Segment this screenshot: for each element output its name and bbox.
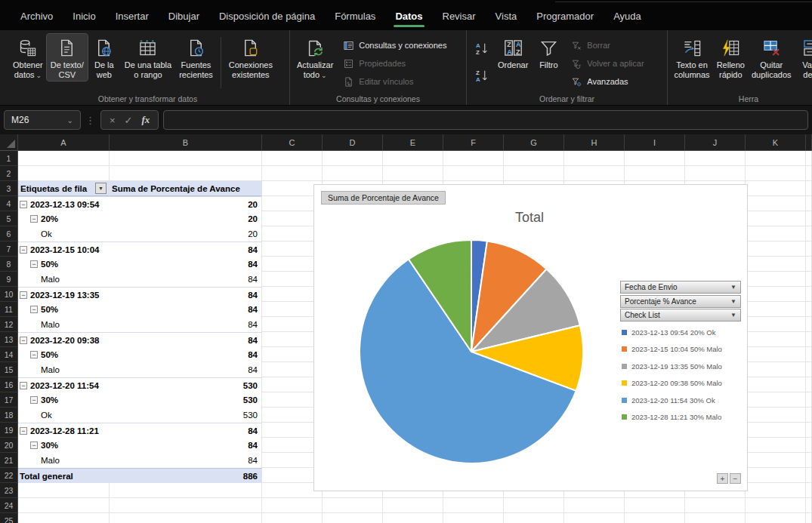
chart-field-button-porcentaje-avance[interactable]: Porcentaje % Avance▼ [620,295,741,308]
column-header-i[interactable]: I [625,134,685,150]
grid-cell[interactable]: −30% [18,438,110,453]
grid-cell[interactable] [746,483,806,498]
grid-cell[interactable] [746,423,806,438]
grid-cell[interactable] [383,513,443,523]
grid-cell[interactable] [504,498,564,513]
grid-cell[interactable] [806,377,812,392]
grid-cell[interactable]: Ok [18,408,110,423]
grid-cell[interactable] [262,151,323,166]
row-header-2[interactable]: 2 [0,166,18,181]
column-header-d[interactable]: D [323,134,383,150]
grid-cell[interactable] [806,211,812,226]
grid-cell[interactable] [806,151,812,166]
cancel-icon[interactable]: × [110,115,116,126]
grid-cell[interactable] [746,257,806,272]
de-texto-csv-button[interactable]: De texto/CSV [47,34,88,81]
tab-datos[interactable]: Datos [385,5,432,30]
select-all-corner[interactable] [0,134,18,150]
grid-cell[interactable] [504,166,564,181]
row-header-13[interactable]: 13 [0,332,18,347]
tab-archivo[interactable]: Archivo [11,5,63,30]
column-header-g[interactable]: G [504,134,564,150]
formula-input[interactable] [163,110,808,130]
grid-cell[interactable] [806,196,812,211]
column-header-h[interactable]: H [564,134,625,150]
formula-bar-grip[interactable]: ⋮ [85,115,96,126]
row-header-15[interactable]: 15 [0,362,18,377]
avanzadas-button[interactable]: Avanzadas [567,73,648,90]
grid-cell[interactable] [746,377,806,392]
grid-cell[interactable]: Etiquetas de fila▼ [18,181,110,196]
grid-cell[interactable]: Malo [18,362,110,377]
grid-cell[interactable] [746,211,806,226]
column-header-c[interactable]: C [262,134,323,150]
grid-cell[interactable]: Suma de Porcentaje de Avance [110,181,262,196]
relleno-rapido-button[interactable]: Rellenorápido [713,34,749,81]
collapse-button[interactable]: − [20,201,27,208]
grid-cell[interactable] [564,498,625,513]
grid-cell[interactable] [806,483,812,498]
grid-cell[interactable] [443,166,504,181]
tab-insertar[interactable]: Insertar [106,5,159,30]
grid-cell[interactable]: 84 [110,423,262,438]
row-header-21[interactable]: 21 [0,453,18,468]
legend-item[interactable]: 2023-12-20 11:54 30% Ok [622,392,722,409]
enter-icon[interactable]: ✓ [125,115,133,126]
grid-cell[interactable] [806,453,812,468]
row-header-12[interactable]: 12 [0,317,18,332]
grid-cell[interactable] [443,151,504,166]
row-header-22[interactable]: 22 [0,468,18,483]
tab-dibujar[interactable]: Dibujar [159,5,209,30]
grid-cell[interactable]: Malo [18,453,110,468]
grid-cell[interactable]: Malo [18,317,110,332]
grid-cell[interactable] [110,151,262,166]
pivot-filter-dropdown-icon[interactable]: ▼ [95,183,107,194]
grid-cell[interactable] [323,151,383,166]
grid-cell[interactable] [685,166,746,181]
legend-item[interactable]: 2023-12-15 10:04 50% Malo [622,341,722,358]
row-header-7[interactable]: 7 [0,242,18,257]
legend-item[interactable]: 2023-12-28 11:21 30% Malo [622,409,722,426]
conexiones-existentes-button[interactable]: Conexionesexistentes [225,34,276,81]
grid-cell[interactable]: 20 [110,226,262,242]
row-header-11[interactable]: 11 [0,302,18,317]
grid-cell[interactable] [806,332,812,347]
grid-cell[interactable] [625,498,685,513]
tab-disposicion-de-pagina[interactable]: Disposición de página [209,5,325,30]
grid-cell[interactable]: Total general [18,468,110,483]
grid-cell[interactable] [383,498,443,513]
grid-cell[interactable]: −2023-12-28 11:21 [18,423,110,438]
grid-cell[interactable] [746,196,806,211]
grid-cell[interactable] [746,287,806,302]
tab-programador[interactable]: Programador [526,5,604,30]
grid-cell[interactable] [746,468,806,483]
grid-cell[interactable] [323,166,383,181]
grid-cell[interactable]: 84 [110,332,262,347]
filtro-button[interactable]: Filtro [532,34,565,72]
chart-zoom-in-button[interactable]: + [717,473,728,484]
grid-cell[interactable] [504,151,564,166]
row-header-4[interactable]: 4 [0,196,18,211]
grid-cell[interactable] [806,287,812,302]
texto-en-columnas-button[interactable]: Texto encolumnas [671,34,713,81]
grid-cell[interactable]: 84 [110,287,262,302]
grid-cell[interactable] [18,483,110,498]
grid-cell[interactable]: −2023-12-15 10:04 [18,242,110,257]
grid-cell[interactable] [746,453,806,468]
column-header-j[interactable]: J [685,134,746,150]
grid-cell[interactable] [746,513,806,523]
grid-cell[interactable] [564,151,625,166]
tab-ayuda[interactable]: Ayuda [604,5,651,30]
grid-cell[interactable] [746,362,806,377]
grid-cell[interactable]: −30% [18,392,110,408]
grid-cell[interactable]: −20% [18,211,110,226]
grid-cell[interactable] [262,166,323,181]
grid-cell[interactable]: Ok [18,226,110,242]
collapse-button[interactable]: − [30,441,38,449]
grid-cell[interactable] [806,513,812,523]
tab-inicio[interactable]: Inicio [63,5,105,30]
grid-cell[interactable]: −50% [18,302,110,317]
grid-cell[interactable] [806,468,812,483]
collapse-button[interactable]: − [20,337,27,344]
row-header-14[interactable]: 14 [0,347,18,362]
